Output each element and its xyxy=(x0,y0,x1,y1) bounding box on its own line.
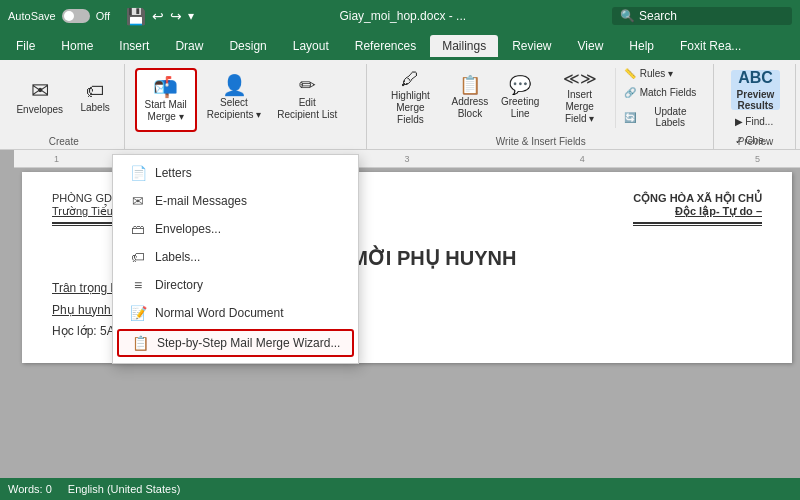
label-icon: 🏷 xyxy=(129,249,147,265)
create-group-label: Create xyxy=(49,132,79,147)
edit-recipient-list-button[interactable]: ✏ EditRecipient List xyxy=(271,68,343,128)
address-block-button[interactable]: 📋 AddressBlock xyxy=(446,68,493,128)
tab-layout[interactable]: Layout xyxy=(281,35,341,57)
update-labels-button[interactable]: 🔄 Update Labels xyxy=(620,104,705,130)
menu-item-normal-word-doc[interactable]: 📝 Normal Word Document xyxy=(113,299,358,327)
status-bar: Words: 0 English (United States) xyxy=(0,478,800,500)
right-header-line2: Độc lập- Tự do – xyxy=(633,205,762,218)
toggle-knob xyxy=(64,11,74,21)
preview-label: Preview xyxy=(738,132,774,147)
directory-icon: ≡ xyxy=(129,277,147,293)
tab-view[interactable]: View xyxy=(566,35,616,57)
menu-item-envelopes[interactable]: 🗃 Envelopes... xyxy=(113,215,358,243)
write-insert-label: Write & Insert Fields xyxy=(496,132,586,147)
search-box[interactable]: 🔍 Search xyxy=(612,7,792,25)
undo-icon[interactable]: ↩ xyxy=(152,8,164,24)
right-header-line1: CỘNG HÒA XÃ HỘI CHỦ xyxy=(633,192,762,205)
autosave-label: AutoSave xyxy=(8,10,56,22)
update-labels-icon: 🔄 xyxy=(624,112,636,123)
autosave-off-label: Off xyxy=(96,10,110,22)
create-buttons: ✉ Envelopes 🏷 Labels xyxy=(10,68,117,128)
word-count: Words: 0 xyxy=(8,483,52,495)
start-mail-merge-icon: 📬 xyxy=(153,77,178,97)
envelopes-button[interactable]: ✉ Envelopes xyxy=(10,68,69,128)
labels-button[interactable]: 🏷 Labels xyxy=(73,68,117,128)
redo-icon[interactable]: ↪ xyxy=(170,8,182,24)
labels-icon: 🏷 xyxy=(86,82,104,100)
language: English (United States) xyxy=(68,483,181,495)
find-recipient-button[interactable]: ▶ Find... xyxy=(731,114,781,129)
menu-item-labels[interactable]: 🏷 Labels... xyxy=(113,243,358,271)
doc-title: Giay_moi_hop.docx - ... xyxy=(339,9,466,23)
dropdown-menu: 📄 Letters ✉ E-mail Messages 🗃 Envelopes.… xyxy=(112,154,359,364)
preview-results-button[interactable]: ABC PreviewResults xyxy=(731,70,781,110)
tab-review[interactable]: Review xyxy=(500,35,563,57)
doc-right-header: CỘNG HÒA XÃ HỘI CHỦ Độc lập- Tự do – xyxy=(633,192,762,226)
rules-button[interactable]: 📏 Rules ▾ xyxy=(620,66,705,81)
insert-merge-field-icon: ≪≫ xyxy=(563,71,597,87)
envelopes-icon: ✉ xyxy=(31,80,49,102)
separator-right xyxy=(633,222,762,224)
select-recipients-icon: 👤 xyxy=(222,75,247,95)
wizard-icon: 📋 xyxy=(131,335,149,351)
envelope-icon: 🗃 xyxy=(129,221,147,237)
greeting-line-button[interactable]: 💬 GreetingLine xyxy=(496,68,545,128)
preview-results-icon: ABC xyxy=(738,69,773,87)
menu-item-letters[interactable]: 📄 Letters xyxy=(113,159,358,187)
greeting-line-icon: 💬 xyxy=(509,76,531,94)
ribbon: ✉ Envelopes 🏷 Labels Create 📬 Start Mail… xyxy=(0,60,800,150)
match-fields-icon: 🔗 xyxy=(624,87,636,98)
title-bar-center: Giay_moi_hop.docx - ... xyxy=(200,9,606,23)
tab-references[interactable]: References xyxy=(343,35,428,57)
tab-bar: File Home Insert Draw Design Layout Refe… xyxy=(0,32,800,60)
match-fields-button[interactable]: 🔗 Match Fields xyxy=(620,85,705,100)
rules-icon: 📏 xyxy=(624,68,636,79)
letters-icon: 📄 xyxy=(129,165,147,181)
email-icon: ✉ xyxy=(129,193,147,209)
normal-doc-icon: 📝 xyxy=(129,305,147,321)
tab-insert[interactable]: Insert xyxy=(107,35,161,57)
tab-help[interactable]: Help xyxy=(617,35,666,57)
ribbon-group-write-insert: 🖊 HighlightMerge Fields 📋 AddressBlock 💬… xyxy=(369,64,714,149)
title-bar: AutoSave Off 💾 ↩ ↪ ▾ Giay_moi_hop.docx -… xyxy=(0,0,800,32)
tab-foxit[interactable]: Foxit Rea... xyxy=(668,35,753,57)
highlight-merge-fields-button[interactable]: 🖊 HighlightMerge Fields xyxy=(377,68,445,128)
tab-design[interactable]: Design xyxy=(217,35,278,57)
save-icon[interactable]: 💾 xyxy=(126,7,146,26)
title-bar-right: 🔍 Search xyxy=(612,7,792,25)
ribbon-group-create: ✉ Envelopes 🏷 Labels Create xyxy=(4,64,125,149)
menu-item-email-messages[interactable]: ✉ E-mail Messages xyxy=(113,187,358,215)
tab-mailings[interactable]: Mailings xyxy=(430,35,498,57)
start-mail-merge-button[interactable]: 📬 Start MailMerge ▾ xyxy=(139,72,193,128)
menu-item-directory[interactable]: ≡ Directory xyxy=(113,271,358,299)
customize-icon[interactable]: ▾ xyxy=(188,9,194,23)
title-bar-left: AutoSave Off 💾 ↩ ↪ ▾ xyxy=(8,7,194,26)
insert-merge-field-button[interactable]: ≪≫ Insert MergeField ▾ xyxy=(547,68,613,128)
search-icon: 🔍 xyxy=(620,9,635,23)
edit-list-icon: ✏ xyxy=(299,75,316,95)
menu-item-wizard[interactable]: 📋 Step-by-Step Mail Merge Wizard... xyxy=(117,329,354,357)
ruler-vertical xyxy=(0,150,14,478)
tab-draw[interactable]: Draw xyxy=(163,35,215,57)
ribbon-group-preview: ABC PreviewResults ▶ Find... ✓ Che... Pr… xyxy=(716,64,796,149)
autosave-toggle[interactable] xyxy=(62,9,90,23)
address-block-icon: 📋 xyxy=(459,76,481,94)
separator-right2 xyxy=(633,225,762,226)
tab-home[interactable]: Home xyxy=(49,35,105,57)
select-recipients-button[interactable]: 👤 SelectRecipients ▾ xyxy=(201,68,267,128)
search-label: Search xyxy=(639,9,677,23)
highlight-icon: 🖊 xyxy=(401,70,419,88)
start-mail-merge-wrapper: 📬 Start MailMerge ▾ xyxy=(135,68,197,132)
ribbon-group-mailings: 📬 Start MailMerge ▾ 👤 SelectRecipients ▾… xyxy=(127,64,367,149)
tab-file[interactable]: File xyxy=(4,35,47,57)
